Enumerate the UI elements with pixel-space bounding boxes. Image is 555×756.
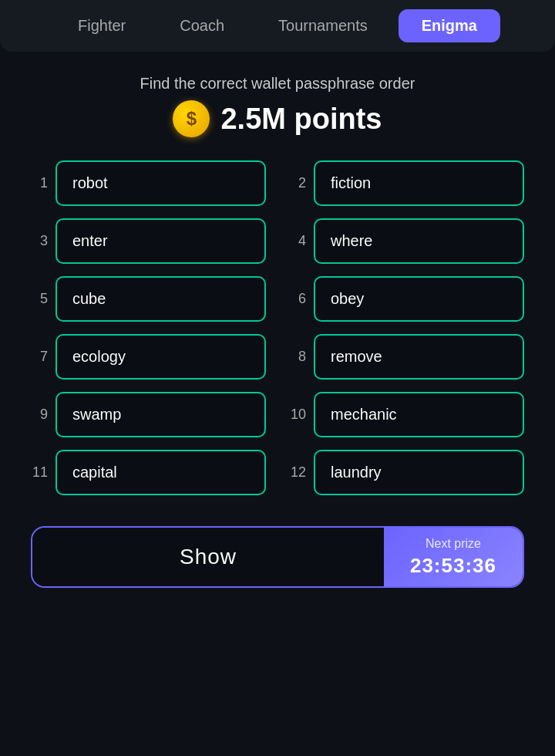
word-grid: 1robot2fiction3enter4where5cube6obey7eco…	[31, 160, 524, 495]
word-cell-1: 1robot	[31, 160, 266, 206]
word-number-6: 6	[289, 291, 306, 307]
nav-tab-tournaments[interactable]: Tournaments	[255, 9, 391, 42]
coin-icon: $	[173, 100, 210, 137]
word-box-12[interactable]: laundry	[314, 450, 524, 495]
word-box-2[interactable]: fiction	[314, 160, 524, 206]
word-box-5[interactable]: cube	[56, 276, 266, 322]
nav-tab-fighter[interactable]: Fighter	[55, 9, 149, 42]
next-prize-section[interactable]: Next prize 23:53:36	[384, 528, 523, 586]
word-number-1: 1	[31, 175, 48, 191]
word-cell-8: 8remove	[289, 334, 524, 380]
word-box-1[interactable]: robot	[56, 160, 266, 206]
word-number-9: 9	[31, 407, 48, 423]
coin-symbol: $	[187, 108, 197, 130]
word-cell-10: 10mechanic	[289, 392, 524, 437]
word-cell-11: 11capital	[31, 450, 266, 495]
word-cell-9: 9swamp	[31, 392, 266, 437]
word-box-8[interactable]: remove	[314, 334, 524, 380]
subtitle-text: Find the correct wallet passphrase order	[140, 75, 415, 93]
word-number-8: 8	[289, 349, 306, 365]
points-row: $ 2.5M points	[173, 100, 382, 137]
word-cell-5: 5cube	[31, 276, 266, 322]
word-number-11: 11	[31, 464, 48, 481]
show-button[interactable]: Show	[32, 528, 384, 586]
word-box-9[interactable]: swamp	[56, 392, 266, 437]
points-display: 2.5M points	[220, 103, 382, 136]
word-number-5: 5	[31, 291, 48, 307]
word-box-6[interactable]: obey	[314, 276, 524, 322]
word-cell-2: 2fiction	[289, 160, 524, 206]
word-cell-7: 7ecology	[31, 334, 266, 380]
navigation-bar: FighterCoachTournamentsEnigma	[0, 0, 555, 52]
word-number-3: 3	[31, 233, 48, 249]
word-number-2: 2	[289, 175, 306, 191]
action-bar: Show Next prize 23:53:36	[31, 526, 524, 588]
main-content: Find the correct wallet passphrase order…	[0, 52, 555, 603]
word-number-12: 12	[289, 464, 306, 481]
word-cell-3: 3enter	[31, 218, 266, 264]
word-number-10: 10	[289, 407, 306, 423]
word-cell-4: 4where	[289, 218, 524, 264]
word-number-4: 4	[289, 233, 306, 249]
countdown-timer: 23:53:36	[410, 554, 496, 578]
word-box-3[interactable]: enter	[56, 218, 266, 264]
word-box-10[interactable]: mechanic	[314, 392, 524, 437]
word-cell-6: 6obey	[289, 276, 524, 322]
nav-tab-coach[interactable]: Coach	[156, 9, 247, 42]
word-cell-12: 12laundry	[289, 450, 524, 495]
word-box-7[interactable]: ecology	[56, 334, 266, 380]
word-box-4[interactable]: where	[314, 218, 524, 264]
next-prize-label: Next prize	[426, 537, 481, 551]
word-number-7: 7	[31, 349, 48, 365]
nav-tab-enigma[interactable]: Enigma	[399, 9, 500, 42]
word-box-11[interactable]: capital	[56, 450, 266, 495]
